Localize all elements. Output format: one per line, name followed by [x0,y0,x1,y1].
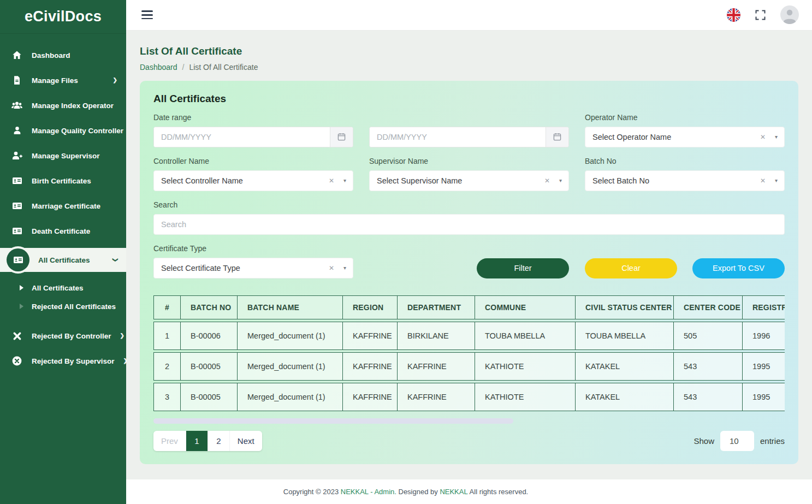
filter-button-cell: Filter [369,244,569,278]
fullscreen-icon[interactable] [755,10,766,20]
cell-batch-name: Merged_document (1) [238,352,343,381]
sidebar-item-label: Rejected By Supervisor [32,357,115,365]
arrow-right-icon [20,304,23,309]
sidebar-item-birth-certificates[interactable]: Birth Certificates [0,168,126,193]
cell-batch-no: B-00005 [181,383,238,411]
entries-count-input[interactable] [720,431,754,451]
page-title: List Of All Certificate [140,45,798,57]
pagination-page-2-button[interactable]: 2 [208,431,230,451]
chevron-right-icon: ❯ [123,358,128,364]
clear-selection-icon[interactable]: ✕ [760,177,766,185]
sidebar-item-all-certificates[interactable]: All Certificates ❯ [0,248,126,272]
supervisor-name-select[interactable]: Select Supervisor Name ✕ ▾ [369,170,569,191]
breadcrumb-dashboard-link[interactable]: Dashboard [140,63,177,72]
sidebar-nav: Dashboard Manage Files ❯ Manage Index Op… [0,34,126,373]
entries-label: entries [760,436,785,446]
sidebar-item-label: Manage Index Operator [32,102,114,110]
cell-center-code: 505 [674,322,743,350]
table-header-row: # BATCH NO BATCH NAME REGION DEPARTMENT … [153,295,785,319]
clear-selection-icon[interactable]: ✕ [760,133,766,141]
table-row[interactable]: 1 B-00006 Merged_document (1) KAFFRINE B… [153,322,785,350]
sidebar-item-label: Birth Certificates [32,177,91,185]
clear-button[interactable]: Clear [585,258,677,278]
export-csv-button[interactable]: Export To CSV [692,258,785,278]
sidebar-item-label: Manage Files [32,76,78,85]
user-avatar[interactable] [780,5,799,24]
table-row[interactable]: 3 B-00005 Merged_document (1) KAFFRINE K… [153,383,785,411]
cell-index: 2 [153,352,181,381]
date-from-input[interactable] [154,127,330,147]
sidebar-item-dashboard[interactable]: Dashboard [0,43,126,68]
certificate-type-select[interactable]: Select Certificate Type ✕ ▾ [153,258,353,278]
pagination-prev-button[interactable]: Prev [153,431,186,451]
menu-toggle-button[interactable] [140,6,154,23]
sidebar-item-manage-supervisor[interactable]: Manage Supervisor [0,143,126,168]
table-row[interactable]: 2 B-00005 Merged_document (1) KAFFRINE K… [153,352,785,381]
dropdown-caret-icon[interactable]: ▾ [775,177,778,183]
dropdown-caret-icon[interactable]: ▾ [343,265,346,271]
col-header-index: # [153,295,181,319]
controller-name-select[interactable]: Select Controller Name ✕ ▾ [153,170,353,191]
arrow-right-icon [20,285,23,290]
sidebar-item-label: Marriage Certificate [32,202,100,210]
col-header-department: DEPARTMENT [398,295,475,319]
calendar-icon[interactable] [330,127,353,147]
sidebar-item-label: Manage Quality Controller [32,127,123,135]
clear-export-cell: Clear Export To CSV [585,244,785,278]
show-label: Show [694,436,714,446]
active-item-badge [7,248,29,271]
clear-selection-icon[interactable]: ✕ [329,177,334,185]
calendar-icon[interactable] [546,127,568,147]
operator-name-select[interactable]: Select Operator Name ✕ ▾ [585,127,785,147]
search-input[interactable] [153,214,785,235]
select-placeholder: Select Controller Name [161,176,329,185]
cell-commune: TOUBA MBELLA [475,322,576,350]
cell-center-code: 543 [674,383,743,411]
search-label: Search [153,200,785,209]
col-header-batch-name: BATCH NAME [238,295,343,319]
users-icon [11,100,23,111]
chevron-right-icon: ❯ [113,78,117,83]
pagination-page-1-button[interactable]: 1 [186,431,208,451]
sidebar-item-manage-index-operator[interactable]: Manage Index Operator [0,93,126,118]
cell-department: BIRKILANE [398,322,475,350]
batch-no-label: Batch No [585,157,785,165]
dropdown-caret-icon[interactable]: ▾ [343,177,346,183]
sidebar-item-label: All Certificates [38,256,90,264]
sidebar-item-manage-quality-controller[interactable]: Manage Quality Controller [0,118,126,143]
sidebar-item-label: Rejected By Controller [32,332,111,340]
clear-selection-icon[interactable]: ✕ [544,177,550,185]
filter-grid: Date range Operator Name [153,113,785,278]
date-to-input[interactable] [370,127,546,147]
controller-name-field: Controller Name Select Controller Name ✕… [153,157,353,191]
col-header-commune: COMMUNE [475,295,576,319]
page-header: List Of All Certificate Dashboard / List… [126,31,812,72]
sidebar-item-marriage-certificate[interactable]: Marriage Certificate [0,193,126,218]
dropdown-caret-icon[interactable]: ▾ [775,134,778,140]
cell-department: KAFFRINE [398,352,475,381]
horizontal-scrollbar-thumb[interactable] [153,418,513,424]
language-flag-icon[interactable] [727,8,740,22]
col-header-center-code: CENTER CODE [674,295,743,319]
supervisor-name-field: Supervisor Name Select Supervisor Name ✕… [369,157,569,191]
all-certificates-submenu: All Certificates Rejected All Certificat… [0,272,126,318]
sidebar-subitem-rejected-all-certificates[interactable]: Rejected All Certificates [0,297,126,316]
filter-button[interactable]: Filter [477,258,569,278]
sidebar-item-rejected-by-supervisor[interactable]: Rejected By Supervisor ❯ [0,348,126,373]
id-card-icon [11,226,23,236]
sidebar-subitem-all-certificates[interactable]: All Certificates [0,278,126,297]
certificate-type-label: Certificate Type [153,244,353,253]
sidebar-item-rejected-by-controller[interactable]: Rejected By Controller ❯ [0,323,126,348]
dropdown-caret-icon[interactable]: ▾ [559,177,562,183]
home-icon [11,50,23,61]
sidebar-item-manage-files[interactable]: Manage Files ❯ [0,68,126,93]
sidebar-item-death-certificate[interactable]: Death Certificate [0,218,126,244]
nekkal-admin-link[interactable]: NEKKAL - Admin. [341,488,396,496]
batch-no-select[interactable]: Select Batch No ✕ ▾ [585,170,785,191]
pagination-next-button[interactable]: Next [230,431,262,451]
col-header-batch-no: BATCH NO [181,295,238,319]
breadcrumb-current: List Of All Certificate [189,63,258,72]
clear-selection-icon[interactable]: ✕ [329,264,334,272]
nekkal-link[interactable]: NEKKAL [440,488,467,496]
sidebar-subitem-label: All Certificates [32,284,84,292]
